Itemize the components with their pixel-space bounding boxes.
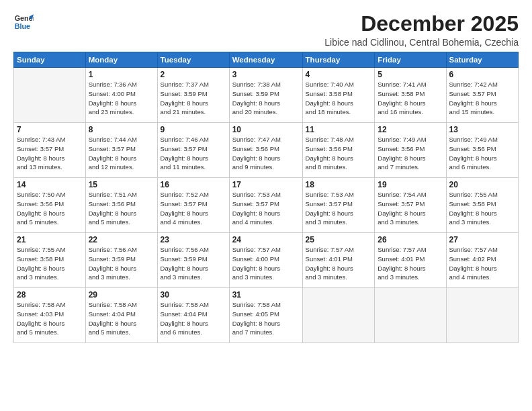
week-row-3: 21Sunrise: 7:55 AMSunset: 3:58 PMDayligh… [14,233,519,288]
day-info: Sunrise: 7:57 AMSunset: 4:01 PMDaylight:… [306,245,372,282]
day-cell [14,68,86,123]
day-cell: 31Sunrise: 7:58 AMSunset: 4:05 PMDayligh… [229,288,302,343]
day-number: 2 [161,70,226,79]
day-cell: 30Sunrise: 7:58 AMSunset: 4:04 PMDayligh… [157,288,229,343]
day-info: Sunrise: 7:50 AMSunset: 3:56 PMDaylight:… [17,190,83,227]
logo-icon: General Blue [13,12,34,32]
day-number: 24 [232,235,300,244]
day-number: 1 [89,70,154,79]
day-cell: 8Sunrise: 7:44 AMSunset: 3:57 PMDaylight… [85,123,157,178]
day-cell: 25Sunrise: 7:57 AMSunset: 4:01 PMDayligh… [302,233,375,288]
day-number: 15 [89,180,154,189]
day-cell: 28Sunrise: 7:58 AMSunset: 4:03 PMDayligh… [14,288,86,343]
day-number: 12 [378,125,443,134]
day-info: Sunrise: 7:51 AMSunset: 3:56 PMDaylight:… [89,190,154,227]
day-info: Sunrise: 7:48 AMSunset: 3:56 PMDaylight:… [306,135,372,172]
day-number: 11 [306,125,372,134]
day-number: 19 [378,180,443,189]
day-info: Sunrise: 7:54 AMSunset: 3:57 PMDaylight:… [378,190,443,227]
day-cell: 19Sunrise: 7:54 AMSunset: 3:57 PMDayligh… [375,178,446,233]
day-cell: 17Sunrise: 7:53 AMSunset: 3:57 PMDayligh… [229,178,302,233]
day-cell: 11Sunrise: 7:48 AMSunset: 3:56 PMDayligh… [302,123,375,178]
day-number: 28 [17,290,83,300]
day-cell: 21Sunrise: 7:55 AMSunset: 3:58 PMDayligh… [14,233,86,288]
calendar-table: Sunday Monday Tuesday Wednesday Thursday… [13,52,519,343]
day-number: 22 [89,235,154,244]
day-cell: 9Sunrise: 7:46 AMSunset: 3:57 PMDaylight… [157,123,229,178]
week-row-4: 28Sunrise: 7:58 AMSunset: 4:03 PMDayligh… [14,288,519,343]
day-info: Sunrise: 7:46 AMSunset: 3:57 PMDaylight:… [161,135,226,172]
day-cell: 15Sunrise: 7:51 AMSunset: 3:56 PMDayligh… [85,178,157,233]
week-row-2: 14Sunrise: 7:50 AMSunset: 3:56 PMDayligh… [14,178,519,233]
day-number: 6 [449,70,516,79]
day-info: Sunrise: 7:47 AMSunset: 3:56 PMDaylight:… [232,135,300,172]
day-number: 17 [232,180,300,189]
col-monday: Monday [85,52,157,68]
day-info: Sunrise: 7:49 AMSunset: 3:56 PMDaylight:… [449,135,516,172]
day-info: Sunrise: 7:57 AMSunset: 4:00 PMDaylight:… [232,245,300,282]
day-cell: 10Sunrise: 7:47 AMSunset: 3:56 PMDayligh… [229,123,302,178]
day-number: 13 [449,125,516,134]
day-cell [375,288,446,343]
day-cell [302,288,375,343]
col-wednesday: Wednesday [229,52,302,68]
day-info: Sunrise: 7:52 AMSunset: 3:57 PMDaylight:… [161,190,226,227]
day-cell: 20Sunrise: 7:55 AMSunset: 3:58 PMDayligh… [446,178,519,233]
day-info: Sunrise: 7:43 AMSunset: 3:57 PMDaylight:… [17,135,83,172]
day-info: Sunrise: 7:58 AMSunset: 4:04 PMDaylight:… [89,300,154,337]
day-number: 29 [89,290,154,300]
day-info: Sunrise: 7:56 AMSunset: 3:59 PMDaylight:… [161,245,226,282]
day-number: 31 [232,290,300,300]
day-number: 20 [449,180,516,189]
col-friday: Friday [375,52,446,68]
day-number: 27 [449,235,516,244]
month-title: December 2025 [324,12,519,36]
day-info: Sunrise: 7:38 AMSunset: 3:59 PMDaylight:… [232,80,300,117]
day-info: Sunrise: 7:56 AMSunset: 3:59 PMDaylight:… [89,245,154,282]
day-info: Sunrise: 7:55 AMSunset: 3:58 PMDaylight:… [17,245,83,282]
day-number: 23 [161,235,226,244]
day-cell: 2Sunrise: 7:37 AMSunset: 3:59 PMDaylight… [157,68,229,123]
location: Libice nad Cidlinou, Central Bohemia, Cz… [324,37,519,48]
day-cell: 27Sunrise: 7:57 AMSunset: 4:02 PMDayligh… [446,233,519,288]
day-number: 7 [17,125,83,134]
day-cell: 26Sunrise: 7:57 AMSunset: 4:01 PMDayligh… [375,233,446,288]
header-row: Sunday Monday Tuesday Wednesday Thursday… [14,52,519,68]
day-number: 14 [17,180,83,189]
day-info: Sunrise: 7:37 AMSunset: 3:59 PMDaylight:… [161,80,226,117]
day-info: Sunrise: 7:41 AMSunset: 3:58 PMDaylight:… [378,80,443,117]
day-info: Sunrise: 7:49 AMSunset: 3:56 PMDaylight:… [378,135,443,172]
day-info: Sunrise: 7:58 AMSunset: 4:05 PMDaylight:… [232,300,300,337]
svg-text:Blue: Blue [15,22,30,30]
page: General Blue December 2025 Libice nad Ci… [0,0,532,411]
col-tuesday: Tuesday [157,52,229,68]
day-number: 8 [89,125,154,134]
day-number: 18 [306,180,372,189]
day-info: Sunrise: 7:36 AMSunset: 4:00 PMDaylight:… [89,80,154,117]
day-cell [446,288,519,343]
day-info: Sunrise: 7:58 AMSunset: 4:03 PMDaylight:… [17,300,83,337]
day-number: 26 [378,235,443,244]
day-cell: 6Sunrise: 7:42 AMSunset: 3:57 PMDaylight… [446,68,519,123]
day-cell: 3Sunrise: 7:38 AMSunset: 3:59 PMDaylight… [229,68,302,123]
day-number: 30 [161,290,226,300]
day-info: Sunrise: 7:40 AMSunset: 3:58 PMDaylight:… [306,80,372,117]
day-cell: 4Sunrise: 7:40 AMSunset: 3:58 PMDaylight… [302,68,375,123]
day-cell: 24Sunrise: 7:57 AMSunset: 4:00 PMDayligh… [229,233,302,288]
day-number: 9 [161,125,226,134]
day-number: 21 [17,235,83,244]
day-cell: 29Sunrise: 7:58 AMSunset: 4:04 PMDayligh… [85,288,157,343]
day-number: 10 [232,125,300,134]
week-row-1: 7Sunrise: 7:43 AMSunset: 3:57 PMDaylight… [14,123,519,178]
day-number: 4 [306,70,372,79]
day-cell: 14Sunrise: 7:50 AMSunset: 3:56 PMDayligh… [14,178,86,233]
day-cell: 7Sunrise: 7:43 AMSunset: 3:57 PMDaylight… [14,123,86,178]
day-info: Sunrise: 7:58 AMSunset: 4:04 PMDaylight:… [161,300,226,337]
col-saturday: Saturday [446,52,519,68]
day-info: Sunrise: 7:53 AMSunset: 3:57 PMDaylight:… [232,190,300,227]
day-info: Sunrise: 7:53 AMSunset: 3:57 PMDaylight:… [306,190,372,227]
day-cell: 13Sunrise: 7:49 AMSunset: 3:56 PMDayligh… [446,123,519,178]
day-info: Sunrise: 7:55 AMSunset: 3:58 PMDaylight:… [449,190,516,227]
col-sunday: Sunday [14,52,86,68]
day-cell: 12Sunrise: 7:49 AMSunset: 3:56 PMDayligh… [375,123,446,178]
